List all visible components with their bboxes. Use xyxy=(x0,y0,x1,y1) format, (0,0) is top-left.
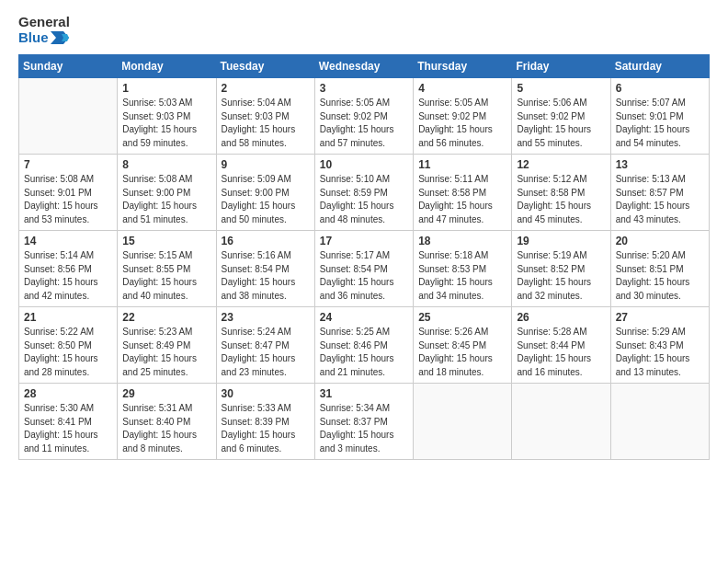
weekday-header-monday: Monday xyxy=(118,55,216,78)
day-number: 25 xyxy=(418,311,506,324)
weekday-header-sunday: Sunday xyxy=(19,55,118,78)
logo: General Blue xyxy=(18,15,70,45)
page: General Blue SundayMondayTuesdayWednesda… xyxy=(0,0,728,563)
week-row-3: 14Sunrise: 5:14 AM Sunset: 8:56 PM Dayli… xyxy=(19,231,710,307)
day-number: 24 xyxy=(320,311,408,324)
day-info: Sunrise: 5:29 AM Sunset: 8:43 PM Dayligh… xyxy=(616,326,704,379)
calendar-cell: 14Sunrise: 5:14 AM Sunset: 8:56 PM Dayli… xyxy=(19,231,118,307)
calendar-cell: 4Sunrise: 5:05 AM Sunset: 9:02 PM Daylig… xyxy=(414,78,512,155)
day-info: Sunrise: 5:24 AM Sunset: 8:47 PM Dayligh… xyxy=(222,326,310,379)
week-row-1: 1Sunrise: 5:03 AM Sunset: 9:03 PM Daylig… xyxy=(19,78,710,155)
day-info: Sunrise: 5:19 AM Sunset: 8:52 PM Dayligh… xyxy=(517,249,605,303)
day-number: 1 xyxy=(122,82,210,95)
day-number: 2 xyxy=(222,82,310,95)
weekday-header-tuesday: Tuesday xyxy=(216,55,314,78)
calendar-cell: 28Sunrise: 5:30 AM Sunset: 8:41 PM Dayli… xyxy=(19,384,118,460)
calendar-cell xyxy=(414,384,512,460)
day-info: Sunrise: 5:20 AM Sunset: 8:51 PM Dayligh… xyxy=(616,249,704,303)
day-info: Sunrise: 5:06 AM Sunset: 9:02 PM Dayligh… xyxy=(517,97,605,150)
day-number: 6 xyxy=(616,82,704,95)
calendar-cell: 16Sunrise: 5:16 AM Sunset: 8:54 PM Dayli… xyxy=(216,231,314,307)
calendar-cell: 21Sunrise: 5:22 AM Sunset: 8:50 PM Dayli… xyxy=(19,307,118,384)
header: General Blue xyxy=(18,15,710,45)
day-info: Sunrise: 5:07 AM Sunset: 9:01 PM Dayligh… xyxy=(616,97,704,150)
day-number: 28 xyxy=(24,387,112,400)
day-number: 20 xyxy=(616,235,704,247)
day-info: Sunrise: 5:30 AM Sunset: 8:41 PM Dayligh… xyxy=(24,402,112,455)
calendar-cell: 5Sunrise: 5:06 AM Sunset: 9:02 PM Daylig… xyxy=(512,78,610,155)
logo-blue: Blue xyxy=(18,30,70,46)
calendar-cell: 9Sunrise: 5:09 AM Sunset: 9:00 PM Daylig… xyxy=(216,155,314,231)
calendar-cell: 22Sunrise: 5:23 AM Sunset: 8:49 PM Dayli… xyxy=(118,307,216,384)
day-number: 3 xyxy=(320,82,408,95)
day-info: Sunrise: 5:03 AM Sunset: 9:03 PM Dayligh… xyxy=(122,97,210,150)
calendar-cell: 1Sunrise: 5:03 AM Sunset: 9:03 PM Daylig… xyxy=(118,78,216,155)
day-number: 14 xyxy=(24,235,112,247)
calendar-cell: 24Sunrise: 5:25 AM Sunset: 8:46 PM Dayli… xyxy=(314,307,413,384)
calendar-cell: 26Sunrise: 5:28 AM Sunset: 8:44 PM Dayli… xyxy=(512,307,610,384)
day-info: Sunrise: 5:25 AM Sunset: 8:46 PM Dayligh… xyxy=(320,326,408,379)
logo-general: General xyxy=(18,15,70,30)
day-number: 16 xyxy=(222,235,310,247)
calendar-cell xyxy=(512,384,610,460)
calendar-cell: 23Sunrise: 5:24 AM Sunset: 8:47 PM Dayli… xyxy=(216,307,314,384)
calendar-table: SundayMondayTuesdayWednesdayThursdayFrid… xyxy=(18,54,710,460)
day-number: 11 xyxy=(418,158,506,171)
day-number: 12 xyxy=(517,158,605,171)
day-number: 10 xyxy=(320,158,408,171)
day-info: Sunrise: 5:13 AM Sunset: 8:57 PM Dayligh… xyxy=(616,173,704,226)
day-number: 17 xyxy=(320,235,408,247)
day-info: Sunrise: 5:28 AM Sunset: 8:44 PM Dayligh… xyxy=(517,326,605,379)
day-number: 5 xyxy=(517,82,605,95)
calendar-cell: 7Sunrise: 5:08 AM Sunset: 9:01 PM Daylig… xyxy=(19,155,118,231)
calendar-cell: 10Sunrise: 5:10 AM Sunset: 8:59 PM Dayli… xyxy=(314,155,413,231)
day-info: Sunrise: 5:05 AM Sunset: 9:02 PM Dayligh… xyxy=(320,97,408,150)
calendar-cell: 19Sunrise: 5:19 AM Sunset: 8:52 PM Dayli… xyxy=(512,231,610,307)
day-number: 18 xyxy=(418,235,506,247)
calendar-cell: 2Sunrise: 5:04 AM Sunset: 9:03 PM Daylig… xyxy=(216,78,314,155)
calendar-cell: 3Sunrise: 5:05 AM Sunset: 9:02 PM Daylig… xyxy=(314,78,413,155)
weekday-header-saturday: Saturday xyxy=(610,55,709,78)
calendar-cell: 6Sunrise: 5:07 AM Sunset: 9:01 PM Daylig… xyxy=(610,78,709,155)
day-info: Sunrise: 5:05 AM Sunset: 9:02 PM Dayligh… xyxy=(418,97,506,150)
weekday-header-thursday: Thursday xyxy=(414,55,512,78)
day-number: 7 xyxy=(24,158,112,171)
calendar-cell: 31Sunrise: 5:34 AM Sunset: 8:37 PM Dayli… xyxy=(314,384,413,460)
day-info: Sunrise: 5:31 AM Sunset: 8:40 PM Dayligh… xyxy=(122,402,210,455)
day-number: 29 xyxy=(122,387,210,400)
calendar-cell: 25Sunrise: 5:26 AM Sunset: 8:45 PM Dayli… xyxy=(414,307,512,384)
day-number: 27 xyxy=(616,311,704,324)
weekday-header-wednesday: Wednesday xyxy=(314,55,413,78)
week-row-4: 21Sunrise: 5:22 AM Sunset: 8:50 PM Dayli… xyxy=(19,307,710,384)
logo-arrow-icon xyxy=(51,31,69,44)
calendar-cell: 27Sunrise: 5:29 AM Sunset: 8:43 PM Dayli… xyxy=(610,307,709,384)
calendar-cell: 13Sunrise: 5:13 AM Sunset: 8:57 PM Dayli… xyxy=(610,155,709,231)
day-info: Sunrise: 5:04 AM Sunset: 9:03 PM Dayligh… xyxy=(222,97,310,150)
day-number: 26 xyxy=(517,311,605,324)
calendar-cell: 12Sunrise: 5:12 AM Sunset: 8:58 PM Dayli… xyxy=(512,155,610,231)
day-number: 31 xyxy=(320,387,408,400)
weekday-header-friday: Friday xyxy=(512,55,610,78)
week-row-5: 28Sunrise: 5:30 AM Sunset: 8:41 PM Dayli… xyxy=(19,384,710,460)
calendar-cell: 15Sunrise: 5:15 AM Sunset: 8:55 PM Dayli… xyxy=(118,231,216,307)
day-info: Sunrise: 5:11 AM Sunset: 8:58 PM Dayligh… xyxy=(418,173,506,226)
weekday-header-row: SundayMondayTuesdayWednesdayThursdayFrid… xyxy=(19,55,710,78)
day-number: 30 xyxy=(222,387,310,400)
day-info: Sunrise: 5:33 AM Sunset: 8:39 PM Dayligh… xyxy=(222,402,310,455)
day-info: Sunrise: 5:12 AM Sunset: 8:58 PM Dayligh… xyxy=(517,173,605,226)
calendar-cell: 30Sunrise: 5:33 AM Sunset: 8:39 PM Dayli… xyxy=(216,384,314,460)
day-info: Sunrise: 5:26 AM Sunset: 8:45 PM Dayligh… xyxy=(418,326,506,379)
calendar-cell: 11Sunrise: 5:11 AM Sunset: 8:58 PM Dayli… xyxy=(414,155,512,231)
calendar-cell: 8Sunrise: 5:08 AM Sunset: 9:00 PM Daylig… xyxy=(118,155,216,231)
calendar-cell xyxy=(610,384,709,460)
day-info: Sunrise: 5:23 AM Sunset: 8:49 PM Dayligh… xyxy=(122,326,210,379)
day-number: 9 xyxy=(222,158,310,171)
day-info: Sunrise: 5:16 AM Sunset: 8:54 PM Dayligh… xyxy=(222,249,310,303)
day-info: Sunrise: 5:10 AM Sunset: 8:59 PM Dayligh… xyxy=(320,173,408,226)
day-number: 19 xyxy=(517,235,605,247)
calendar-cell: 29Sunrise: 5:31 AM Sunset: 8:40 PM Dayli… xyxy=(118,384,216,460)
day-info: Sunrise: 5:08 AM Sunset: 9:00 PM Dayligh… xyxy=(122,173,210,226)
day-number: 21 xyxy=(24,311,112,324)
day-info: Sunrise: 5:15 AM Sunset: 8:55 PM Dayligh… xyxy=(122,249,210,303)
day-number: 8 xyxy=(122,158,210,171)
